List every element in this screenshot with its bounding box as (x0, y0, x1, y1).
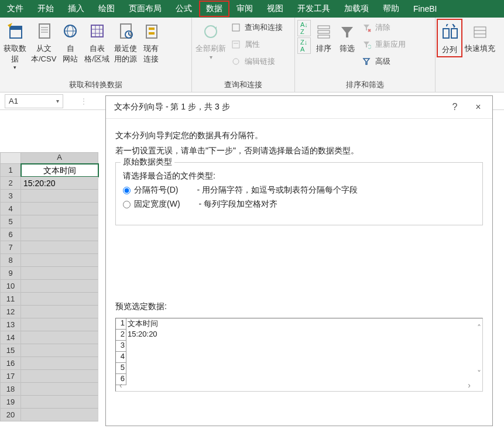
queries-connections-button[interactable]: 查询和连接 (228, 21, 285, 34)
dialog-title: 文本分列向导 - 第 1 步，共 3 步 (114, 102, 230, 112)
row-header[interactable]: 12 (0, 306, 21, 318)
menu-视图[interactable]: 视图 (260, 0, 290, 18)
menu-页面布局[interactable]: 页面布局 (122, 0, 169, 18)
preview-row: 5 (116, 363, 475, 374)
cell[interactable] (21, 280, 98, 293)
row-header[interactable]: 7 (0, 241, 21, 254)
svg-rect-28 (318, 35, 330, 38)
filter-button[interactable]: 筛选 (335, 19, 359, 55)
cell[interactable] (21, 203, 98, 215)
cell[interactable]: 文本时间 (21, 164, 98, 177)
clear-button[interactable]: 清除 (359, 21, 408, 34)
cell[interactable] (21, 306, 98, 318)
row-header[interactable]: 11 (0, 293, 21, 306)
menu-公式[interactable]: 公式 (169, 0, 199, 18)
refresh-all-button[interactable]: 全部刷新 ▾ (193, 19, 228, 61)
row-header[interactable]: 1 (0, 164, 21, 177)
menu-帮助[interactable]: 帮助 (376, 0, 406, 18)
funnel-icon (338, 20, 356, 43)
cell[interactable] (21, 267, 98, 280)
properties-button[interactable]: 属性 (228, 38, 285, 51)
row-header[interactable]: 18 (0, 383, 21, 396)
cell[interactable] (21, 254, 98, 267)
flash-fill-button[interactable]: 快速填充 (462, 19, 498, 55)
menu-审阅[interactable]: 审阅 (229, 0, 260, 18)
row-header[interactable]: 2 (0, 177, 21, 190)
cell[interactable] (21, 396, 98, 409)
name-box-value: A1 (9, 97, 18, 105)
from-web-button-icon (61, 20, 80, 43)
cell[interactable]: 15:20:20 (21, 177, 98, 190)
column-header-a[interactable]: A (21, 152, 98, 164)
queries-connections-button-icon (231, 22, 241, 33)
row-header[interactable]: 9 (0, 267, 21, 280)
text-to-columns-button[interactable]: 分列 (437, 19, 462, 57)
cell[interactable] (21, 331, 98, 344)
menu-FineBI[interactable]: FineBI (406, 0, 444, 18)
row-header[interactable]: 19 (0, 396, 21, 409)
menu-加载项[interactable]: 加载项 (337, 0, 376, 18)
menu-插入[interactable]: 插入 (61, 0, 91, 18)
edit-links-button[interactable]: 编辑链接 (228, 55, 285, 68)
row-header[interactable]: 17 (0, 370, 21, 383)
delimited-radio[interactable]: 分隔符号(D) (123, 185, 178, 196)
cell[interactable] (21, 409, 98, 421)
advanced-button[interactable]: 高级 (359, 55, 408, 68)
svg-line-17 (129, 35, 131, 36)
scroll-right-icon[interactable]: › (468, 380, 471, 390)
fixed-width-radio[interactable]: 固定宽度(W) (123, 199, 180, 210)
chevron-down-icon[interactable]: ▾ (56, 98, 59, 104)
reapply-button-icon (361, 39, 372, 50)
scroll-down-icon[interactable]: ˅ (477, 369, 481, 378)
fixed-width-radio-label: 固定宽度(W) (134, 199, 180, 210)
from-table-range-button[interactable]: 自表格/区域 (82, 19, 112, 66)
menu-绘图[interactable]: 绘图 (91, 0, 122, 18)
cell[interactable] (21, 228, 98, 241)
name-box[interactable]: A1 ▾ (5, 94, 63, 108)
sort-button[interactable]: 排序 (312, 19, 335, 55)
row-header[interactable]: 4 (0, 203, 21, 215)
svg-rect-22 (232, 24, 239, 31)
select-all-corner[interactable] (0, 152, 21, 164)
get-data-button[interactable]: 获取数据▾ (1, 19, 29, 71)
recent-sources-button[interactable]: 最近使用的源 (112, 19, 139, 66)
close-button[interactable]: × (472, 102, 484, 112)
row-header[interactable]: 16 (0, 357, 21, 370)
cell[interactable] (21, 344, 98, 357)
from-web-button[interactable]: 自网站 (59, 19, 82, 66)
row-header[interactable]: 6 (0, 228, 21, 241)
delimited-radio-input[interactable] (123, 187, 131, 194)
preview-frame: 1文本时间215:20:203456 ˄ ˅ ‹ › (115, 318, 483, 392)
reapply-button[interactable]: 重新应用 (359, 38, 408, 51)
existing-connections-button[interactable]: 现有连接 (139, 19, 163, 66)
row-header[interactable]: 10 (0, 280, 21, 293)
cell[interactable] (21, 215, 98, 228)
scroll-up-icon[interactable]: ˄ (477, 323, 481, 332)
row-header[interactable]: 8 (0, 254, 21, 267)
sort-desc-button[interactable]: Z↓A (297, 37, 311, 54)
menu-开始[interactable]: 开始 (30, 0, 61, 18)
row-header[interactable]: 20 (0, 409, 21, 421)
fixed-width-radio-input[interactable] (123, 201, 131, 208)
from-text-csv-button[interactable]: 从文本/CSV (29, 19, 59, 66)
row-header[interactable]: 15 (0, 344, 21, 357)
row-header[interactable]: 13 (0, 318, 21, 331)
ribbon-group-sort-filter: A↓Z Z↓A 排序 筛选 清除重新应用高级 排序和筛选 (295, 18, 436, 92)
cell[interactable] (21, 383, 98, 396)
cell[interactable] (21, 190, 98, 203)
menu-文件[interactable]: 文件 (0, 0, 30, 18)
row-header[interactable]: 14 (0, 331, 21, 344)
scroll-left-icon[interactable]: ‹ (119, 380, 122, 390)
row-header[interactable]: 3 (0, 190, 21, 203)
cell[interactable] (21, 293, 98, 306)
ribbon-group-label: 获取和转换数据 (1, 78, 190, 92)
help-button[interactable]: ? (449, 102, 461, 112)
menu-开发工具[interactable]: 开发工具 (290, 0, 337, 18)
cell[interactable] (21, 357, 98, 370)
sort-asc-button[interactable]: A↓Z (297, 20, 311, 36)
cell[interactable] (21, 241, 98, 254)
cell[interactable] (21, 370, 98, 383)
menu-数据[interactable]: 数据 (199, 1, 229, 17)
row-header[interactable]: 5 (0, 215, 21, 228)
cell[interactable] (21, 318, 98, 331)
